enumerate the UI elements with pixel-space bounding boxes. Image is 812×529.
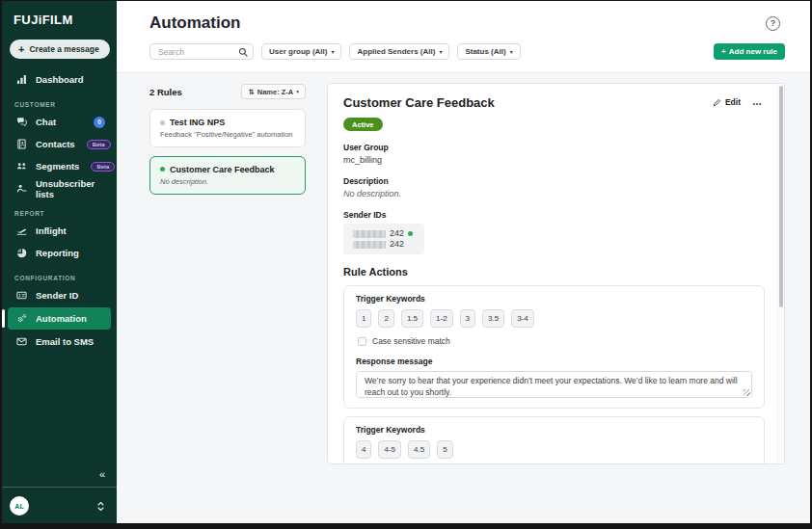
resize-handle-icon[interactable]	[744, 389, 750, 396]
sidebar-item-sender-id[interactable]: Sender ID	[8, 285, 111, 305]
sidebar-item-label: Email to SMS	[36, 336, 94, 347]
sidebar-item-label: Automation	[36, 313, 87, 324]
response-message-wrap	[356, 371, 752, 398]
keyword-chip: 3-4	[511, 309, 534, 328]
sidebar-item-dashboard[interactable]: Dashboard	[8, 69, 111, 90]
sidebar-item-segments[interactable]: SegmentsBeta	[8, 156, 111, 176]
case-sensitive-checkbox[interactable]	[358, 337, 366, 346]
expand-user-menu-icon[interactable]	[96, 501, 105, 512]
sidebar-item-contacts[interactable]: ContactsBeta	[8, 134, 111, 154]
search-icon[interactable]	[238, 47, 248, 57]
filter-dropdown-status-all[interactable]: Status (All)▾	[457, 43, 520, 60]
search-input[interactable]	[158, 47, 237, 57]
avatar[interactable]: AL	[10, 496, 29, 516]
sidebar-item-inflight[interactable]: Inflight	[8, 221, 111, 241]
rule-card-customer-care-feedback[interactable]: Customer Care FeedbackNo description.	[149, 156, 306, 195]
create-message-button[interactable]: + Create a message	[10, 40, 110, 59]
sidebar-nav: DashboardCUSTOMERChat0ContactsBetaSegmen…	[2, 68, 117, 353]
reporting-icon	[15, 248, 27, 259]
window: FUJiFILM + Create a message DashboardCUS…	[0, 0, 812, 529]
keyword-chip: 4-5	[378, 440, 401, 459]
rule-action-card: Trigger Keywords44-54.55Case sensitive m…	[343, 416, 765, 464]
response-message-input[interactable]	[356, 371, 752, 398]
filter-dropdown-applied-senders-all[interactable]: Applied Senders (All)▾	[349, 43, 449, 60]
sender-id-suffix: 242	[390, 228, 404, 239]
scrollbar-thumb[interactable]	[779, 86, 783, 307]
active-dot	[408, 231, 413, 236]
help-icon[interactable]: ?	[766, 16, 780, 31]
trigger-keywords: 44-54.55	[356, 440, 752, 459]
description-value: No description.	[343, 189, 765, 198]
sidebar-item-label: Inflight	[36, 225, 67, 236]
sidebar-item-reporting[interactable]: Reporting	[8, 243, 111, 263]
automation-icon	[15, 313, 27, 325]
sidebar-item-label: Segments	[36, 161, 79, 172]
add-new-rule-button[interactable]: + Add new rule	[714, 43, 785, 60]
keyword-chip: 1-2	[430, 309, 453, 328]
nav-section-label: REPORT	[14, 210, 117, 217]
rule-cards: Test ING NPSFeedback "Positive/Negative"…	[149, 109, 306, 195]
sidebar-item-label: Chat	[36, 117, 56, 127]
filter-row: User group (All)▾Applied Senders (All)▾S…	[149, 43, 785, 60]
filter-dropdown-label: Applied Senders (All)	[357, 47, 435, 56]
sidebar-item-label: Contacts	[36, 139, 75, 149]
keyword-chip: 5	[437, 440, 452, 459]
chat-icon	[15, 117, 27, 128]
trigger-keywords-label: Trigger Keywords	[356, 294, 752, 304]
sidebar-item-label: Reporting	[36, 248, 79, 258]
sidebar-item-chat[interactable]: Chat0	[8, 112, 111, 132]
keyword-chip: 3	[460, 309, 475, 328]
rule-status-dot	[160, 120, 165, 125]
redacted-sender-id	[353, 241, 386, 249]
page-title: Automation	[149, 13, 240, 33]
create-message-label: Create a message	[29, 44, 98, 54]
sidebar-item-automation[interactable]: Automation	[8, 307, 111, 330]
edit-button[interactable]: Edit	[713, 97, 741, 107]
contacts-icon	[15, 139, 27, 150]
chevron-down-icon: ▾	[439, 49, 442, 55]
keyword-chip: 4.5	[408, 440, 430, 459]
rule-description: Feedback "Positive/Negative" automation	[160, 130, 295, 140]
rule-name: Test ING NPS	[170, 118, 225, 127]
content: 2 Rules ⇅ Name: Z-A ▾ Test ING NPSFeedba…	[117, 73, 810, 523]
rules-list: 2 Rules ⇅ Name: Z-A ▾ Test ING NPSFeedba…	[149, 83, 306, 523]
filter-dropdown-label: User group (All)	[269, 47, 327, 56]
chat-count-badge: 0	[94, 117, 105, 128]
unsubscriber-lists-icon	[15, 183, 27, 195]
rule-card-title-row: Customer Care Feedback	[160, 165, 295, 174]
redacted-sender-id	[353, 230, 386, 238]
keyword-chip: 4	[356, 440, 371, 459]
rule-card-test-ing-nps[interactable]: Test ING NPSFeedback "Positive/Negative"…	[149, 109, 306, 147]
plus-icon: +	[721, 47, 726, 56]
rule-actions-title: Rule Actions	[343, 266, 765, 278]
more-options-button[interactable]: …	[752, 98, 763, 106]
user-group-label: User Group	[343, 143, 765, 152]
collapse-sidebar-button[interactable]: «	[2, 468, 117, 480]
sidebar-item-unsubscriber-lists[interactable]: Unsubscriber lists	[8, 178, 111, 198]
filter-dropdown-user-group-all[interactable]: User group (All)▾	[261, 43, 341, 60]
pencil-icon	[713, 98, 721, 107]
sender-id-icon	[15, 290, 27, 302]
sidebar-divider	[2, 487, 117, 488]
keyword-chip: 1.5	[401, 309, 423, 328]
rule-action-card: Trigger Keywords121.51-233.53-4Case sens…	[343, 285, 765, 409]
rule-title: Customer Care Feedback	[343, 95, 495, 110]
topbar: Automation ? User group (All)▾Applied Se…	[117, 1, 810, 73]
sidebar-item-email-to-sms[interactable]: Email to SMS	[8, 331, 111, 352]
trigger-keywords-label: Trigger Keywords	[356, 425, 752, 435]
add-new-rule-label: Add new rule	[729, 47, 777, 56]
sidebar-bottom: « AL	[2, 468, 117, 517]
rules-count: 2 Rules	[149, 87, 182, 97]
sort-button[interactable]: ⇅ Name: Z-A ▾	[241, 84, 306, 99]
chevron-down-icon: ▾	[331, 49, 334, 55]
detail-scrollbar[interactable]	[777, 84, 784, 463]
nav-section-label: CUSTOMER	[14, 101, 117, 108]
rule-description: No description.	[160, 177, 295, 187]
user-group-value: mc_billing	[343, 155, 765, 165]
sender-ids-box: 242242	[343, 224, 424, 254]
sort-label: Name: Z-A	[257, 88, 294, 96]
action-cards: Trigger Keywords121.51-233.53-4Case sens…	[343, 285, 765, 464]
case-sensitive-label: Case sensitive match	[372, 336, 450, 346]
filter-dropdown-label: Status (All)	[465, 47, 505, 56]
plus-icon: +	[18, 45, 24, 53]
